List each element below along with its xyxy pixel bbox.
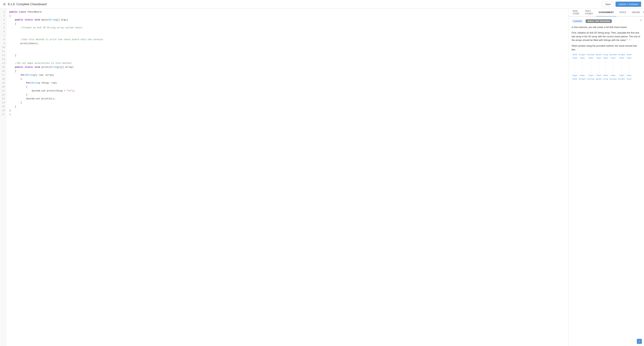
chess-cell: - <box>587 60 595 64</box>
code-line-4: { <box>9 22 566 26</box>
line-num-18: 18 <box>0 77 6 81</box>
chess-cell: - <box>595 64 602 67</box>
line-num-15: 15 <box>0 65 6 69</box>
chess-cell: - <box>578 64 587 67</box>
line-num-13: 13 <box>0 57 6 61</box>
chess-row-2: Pawn Pawn Pawn Pawn Pawn Pawn Pawn Pawn <box>572 57 632 60</box>
chess-cell: - <box>602 67 609 70</box>
main-layout: 1 2 3 4 5 6 7 8 9 10 11 12 13 14 15 16 1… <box>0 9 644 346</box>
chess-cell: - <box>578 71 587 74</box>
gear-icon[interactable]: ⚙ <box>3 2 6 6</box>
chess-cell: Rook <box>572 78 578 81</box>
chess-cell: - <box>587 71 595 74</box>
code-line-23: System.out.println(); <box>9 97 566 101</box>
chess-cell: - <box>595 67 602 70</box>
line-num-19: 19 <box>0 81 6 85</box>
code-line-10 <box>9 46 566 50</box>
tab-test-cases[interactable]: TEST CASES <box>582 9 596 17</box>
code-line-14: //Do not make alterations to this method… <box>9 61 566 65</box>
code-line-3: public static void main(String[] args) <box>9 18 566 22</box>
save-button[interactable]: Save <box>602 2 614 7</box>
badges-row: 5 points Status: Not Submitted <box>572 19 641 23</box>
chess-cell: - <box>609 64 618 67</box>
chess-row-8: Rook Knight Bishop Queen King Bishop Kni… <box>572 78 632 81</box>
chess-cell: Pawn <box>602 74 609 77</box>
chess-cell: Knight <box>618 78 626 81</box>
chess-cell: - <box>609 71 618 74</box>
code-line-19: for(String thing: row) <box>9 81 566 85</box>
line-num-1: 1 <box>0 10 6 14</box>
highlight-dash: "-" <box>626 39 630 42</box>
code-line-2: { <box>9 14 566 18</box>
chess-cell: - <box>618 67 626 70</box>
chess-row-4: - - - - - - - - <box>572 64 632 67</box>
chess-cell: Bishop <box>609 53 618 57</box>
expand-button[interactable]: ⤢ <box>637 339 642 344</box>
external-link-icon[interactable]: ↗ <box>640 19 642 22</box>
submit-button[interactable]: Submit + Continue <box>616 2 641 7</box>
code-line-17: for(String[] row: array) <box>9 73 566 77</box>
assignment-content: ↗ 5 points Status: Not Submitted In this… <box>569 17 644 346</box>
line-num-22: 22 <box>0 93 6 97</box>
chess-cell: Pawn <box>572 57 578 60</box>
line-numbers: 1 2 3 4 5 6 7 8 9 10 11 12 13 14 15 16 1… <box>0 9 6 346</box>
chess-row-1: Rook Knight Bishop Queen King Bishop Kni… <box>572 53 632 57</box>
chess-cell: Knight <box>618 53 626 57</box>
chess-cell: - <box>618 64 626 67</box>
line-num-11: 11 <box>0 50 6 54</box>
chess-cell: - <box>626 60 632 64</box>
assignment-desc-3: When printed using the provided method, … <box>572 44 641 52</box>
chess-cell: Pawn <box>572 74 578 77</box>
chess-board-table: Rook Knight Bishop Queen King Bishop Kni… <box>572 53 632 81</box>
tab-more[interactable]: MORE <box>643 11 644 14</box>
line-num-2: 2 <box>0 14 6 18</box>
line-num-16: 16 <box>0 69 6 73</box>
line-num-23: 23 <box>0 97 6 101</box>
chess-cell: Knight <box>578 53 587 57</box>
line-num-24: 24 <box>0 101 6 105</box>
tab-run-code[interactable]: RUN CODE <box>570 9 582 17</box>
chess-cell: Pawn <box>578 57 587 60</box>
tab-docs[interactable]: DOCS <box>617 9 629 17</box>
chess-cell: King <box>602 78 609 81</box>
line-num-26: 26 <box>0 109 6 113</box>
code-line-5: //Create an 8x8 2D String array called c… <box>9 26 566 30</box>
code-line-7 <box>9 34 566 38</box>
line-num-9: 9 <box>0 42 6 46</box>
chess-cell: Pawn <box>618 74 626 77</box>
code-line-12: } <box>9 54 566 57</box>
line-num-17: 17 <box>0 73 6 77</box>
line-num-12: 12 <box>0 54 6 57</box>
chess-cell: - <box>578 67 587 70</box>
chess-cell: - <box>609 60 618 64</box>
code-line-24: } <box>9 101 566 105</box>
tab-grade[interactable]: GRADE <box>629 9 642 17</box>
chess-cell: Bishop <box>587 53 595 57</box>
line-num-5: 5 <box>0 26 6 30</box>
chess-cell: - <box>595 71 602 74</box>
code-line-11 <box>9 50 566 54</box>
assignment-desc-2: First, initialize an 8x8 2D String array… <box>572 31 641 42</box>
code-line-22: } <box>9 93 566 97</box>
tab-assignment[interactable]: ASSIGNMENT <box>596 9 616 17</box>
line-num-20: 20 <box>0 85 6 89</box>
chess-cell: King <box>602 53 609 57</box>
code-line-18: { <box>9 77 566 81</box>
code-line-1: public class ChessBoard <box>9 10 566 14</box>
chess-cell: Queen <box>595 53 602 57</box>
assignment-desc-1: In this exercise, you will create a full… <box>572 26 641 29</box>
code-line-21: System.out.print(thing + "\t"); <box>9 89 566 93</box>
chess-cell: Pawn <box>602 57 609 60</box>
line-num-4: 4 <box>0 22 6 26</box>
chess-cell: - <box>572 64 578 67</box>
code-area[interactable]: public class ChessBoard { public static … <box>6 9 568 346</box>
line-num-27: 27 <box>0 113 6 117</box>
chess-cell: Pawn <box>587 57 595 60</box>
chess-cell: - <box>618 71 626 74</box>
chess-cell: Pawn <box>626 74 632 77</box>
chess-cell: - <box>626 71 632 74</box>
chess-cell: Queen <box>595 78 602 81</box>
chess-cell: Pawn <box>609 57 618 60</box>
chess-cell: - <box>626 64 632 67</box>
chess-cell: Bishop <box>587 78 595 81</box>
